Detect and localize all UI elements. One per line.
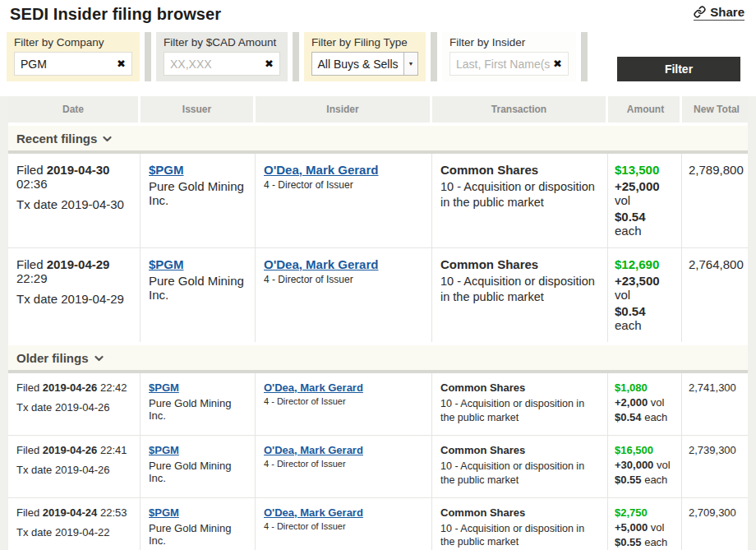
- volume-line: +23,500 vol: [615, 274, 675, 302]
- cell-date: Filed 2019-04-26 22:42Tx date 2019-04-26: [8, 373, 141, 435]
- issuer-name: Pure Gold Mining Inc.: [149, 179, 248, 207]
- insider-role: 4 - Director of Issuer: [264, 274, 425, 285]
- security-name: Common Shares: [440, 381, 601, 394]
- share-label: Share: [710, 5, 744, 19]
- filed-line: Filed 2019-04-29 22:29: [16, 257, 133, 285]
- table-row: Filed 2019-04-29 22:29Tx date 2019-04-29…: [8, 247, 748, 342]
- insider-name-link[interactable]: O'Dea, Mark Gerard: [264, 163, 378, 177]
- insider-role: 4 - Director of Issuer: [264, 459, 425, 469]
- cad-amount-input[interactable]: [170, 58, 261, 71]
- tx-date-line: Tx date 2019-04-30: [16, 197, 133, 211]
- insider-role: 4 - Director of Issuer: [264, 396, 425, 406]
- cell-amount: $13,500+25,000 vol$0.54 each: [608, 154, 682, 247]
- table-row: Filed 2019-04-26 22:41Tx date 2019-04-26…: [8, 435, 748, 497]
- table-body: Recent filingsFiled 2019-04-30 02:36Tx d…: [8, 126, 748, 550]
- issuer-ticker-link[interactable]: $PGM: [149, 163, 184, 177]
- amount-value: $2,750: [615, 506, 675, 519]
- issuer-ticker-link[interactable]: $PGM: [149, 381, 179, 394]
- cell-issuer: $PGMPure Gold Mining Inc.: [141, 373, 256, 435]
- link-icon: [694, 6, 706, 18]
- cell-new-total: 2,709,300: [682, 498, 748, 550]
- filter-separator: [293, 32, 299, 81]
- issuer-ticker-link[interactable]: $PGM: [149, 444, 179, 456]
- filed-line: Filed 2019-04-30 02:36: [16, 163, 133, 191]
- cell-new-total: 2,764,800: [682, 248, 748, 342]
- cell-transaction: Common Shares10 - Acquisition or disposi…: [432, 373, 608, 435]
- cell-date: Filed 2019-04-24 22:53Tx date 2019-04-22: [8, 498, 141, 550]
- table-row: Filed 2019-04-26 22:42Tx date 2019-04-26…: [8, 373, 748, 435]
- clear-company-icon[interactable]: ✖: [113, 58, 126, 69]
- filter-filing-type-label: Filter by Filing Type: [311, 36, 418, 49]
- cell-issuer: $PGMPure Gold Mining Inc.: [141, 248, 256, 342]
- filter-separator: [145, 32, 151, 81]
- column-header-new-total: New Total: [682, 96, 748, 122]
- transaction-type: 10 - Acquisition or disposition in the p…: [440, 522, 601, 550]
- transaction-type: 10 - Acquisition or disposition in the p…: [440, 397, 601, 425]
- share-link[interactable]: Share: [694, 5, 744, 21]
- tx-date-line: Tx date 2019-04-29: [16, 292, 133, 306]
- price-line: $0.54 each: [615, 304, 675, 332]
- section-header-older-filings[interactable]: Older filings: [8, 345, 748, 373]
- cell-transaction: Common Shares10 - Acquisition or disposi…: [432, 436, 608, 497]
- column-header-transaction: Transaction: [432, 96, 608, 122]
- column-header-amount: Amount: [608, 96, 682, 122]
- transaction-type: 10 - Acquisition or disposition in the p…: [440, 274, 601, 305]
- table-band: Date Issuer Insider Transaction Amount N…: [0, 96, 756, 550]
- issuer-ticker-link[interactable]: $PGM: [149, 506, 179, 519]
- insider-name-link[interactable]: O'Dea, Mark Gerard: [264, 257, 378, 271]
- tx-date-line: Tx date 2019-04-26: [16, 464, 133, 476]
- security-name: Common Shares: [440, 444, 601, 456]
- cell-issuer: $PGMPure Gold Mining Inc.: [141, 436, 256, 497]
- column-header-issuer: Issuer: [141, 96, 256, 122]
- insider-role: 4 - Director of Issuer: [264, 179, 425, 191]
- filter-submit-button[interactable]: Filter: [617, 57, 740, 81]
- cell-new-total: 2,739,300: [682, 436, 748, 497]
- insider-input[interactable]: [456, 58, 550, 71]
- insider-role: 4 - Director of Issuer: [264, 521, 425, 531]
- cell-new-total: 2,789,800: [682, 154, 748, 247]
- filing-type-select[interactable]: All Buys & Sells ▼: [311, 52, 418, 76]
- cell-date: Filed 2019-04-29 22:29Tx date 2019-04-29: [8, 248, 141, 342]
- insider-name-link[interactable]: O'Dea, Mark Gerard: [264, 444, 363, 456]
- amount-value: $16,500: [615, 444, 675, 456]
- clear-cad-amount-icon[interactable]: ✖: [261, 58, 274, 69]
- amount-value: $1,080: [615, 381, 675, 394]
- filter-company-label: Filter by Company: [14, 36, 132, 49]
- tx-date-line: Tx date 2019-04-26: [16, 401, 133, 414]
- price-line: $0.55 each: [615, 474, 675, 486]
- page-title: SEDI Insider filing browser: [10, 5, 221, 24]
- insider-name-link[interactable]: O'Dea, Mark Gerard: [264, 381, 363, 394]
- table-row: Filed 2019-04-30 02:36Tx date 2019-04-30…: [8, 154, 748, 247]
- volume-line: +2,000 vol: [615, 396, 675, 409]
- issuer-ticker-link[interactable]: $PGM: [149, 257, 184, 271]
- clear-insider-icon[interactable]: ✖: [550, 58, 562, 69]
- price-line: $0.54 each: [615, 210, 675, 238]
- filter-separator: [431, 32, 437, 81]
- price-line: $0.55 each: [615, 536, 675, 548]
- cell-amount: $1,080+2,000 vol$0.54 each: [608, 373, 682, 435]
- amount-value: $13,500: [615, 163, 675, 177]
- cell-insider: O'Dea, Mark Gerard4 - Director of Issuer: [256, 436, 432, 497]
- company-input[interactable]: [21, 58, 113, 71]
- filed-line: Filed 2019-04-26 22:41: [16, 444, 133, 456]
- column-header-date: Date: [8, 96, 141, 122]
- section-header-recent-filings[interactable]: Recent filings: [8, 126, 748, 154]
- filter-company: Filter by Company ✖: [7, 32, 140, 81]
- column-header-insider: Insider: [256, 96, 432, 122]
- security-name: Common Shares: [440, 257, 601, 271]
- filed-line: Filed 2019-04-24 22:53: [16, 506, 133, 519]
- insider-name-link[interactable]: O'Dea, Mark Gerard: [264, 506, 363, 519]
- cell-date: Filed 2019-04-30 02:36Tx date 2019-04-30: [8, 154, 141, 247]
- cell-transaction: Common Shares10 - Acquisition or disposi…: [432, 154, 608, 247]
- cell-new-total: 2,741,300: [682, 373, 748, 435]
- issuer-name: Pure Gold Mining Inc.: [149, 274, 248, 302]
- cell-amount: $12,690+23,500 vol$0.54 each: [608, 248, 682, 342]
- amount-value: $12,690: [615, 257, 675, 271]
- volume-line: +25,000 vol: [615, 179, 675, 207]
- cell-amount: $16,500+30,000 vol$0.55 each: [608, 436, 682, 497]
- cell-insider: O'Dea, Mark Gerard4 - Director of Issuer: [256, 248, 432, 342]
- page-header: SEDI Insider filing browser Share: [0, 0, 756, 28]
- filing-type-selected-value: All Buys & Sells: [312, 58, 403, 71]
- filter-cad-amount: Filter by $CAD Amount ✖: [156, 32, 288, 81]
- price-line: $0.54 each: [615, 411, 675, 423]
